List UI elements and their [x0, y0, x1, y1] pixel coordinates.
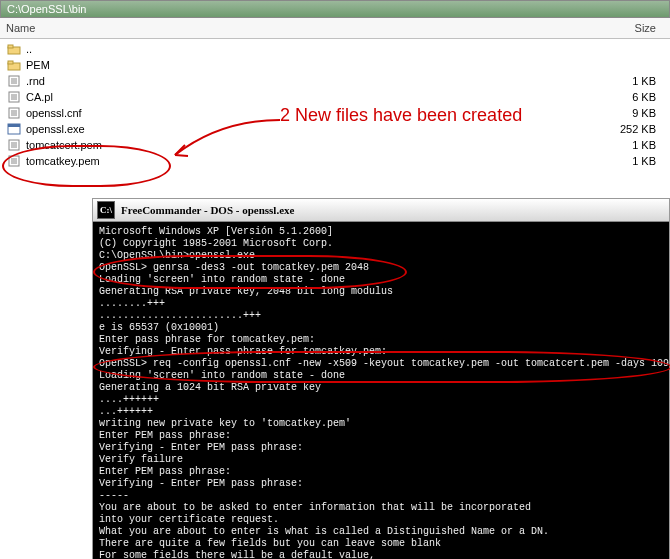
- console-output: Microsoft Windows XP [Versión 5.1.2600](…: [93, 222, 669, 559]
- console-window: C:\ FreeCommander - DOS - openssl.exe Mi…: [92, 198, 670, 559]
- console-line: Enter PEM pass phrase:: [99, 466, 663, 478]
- file-icon: [6, 74, 22, 88]
- console-line: ........................+++: [99, 310, 663, 322]
- file-icon: [6, 90, 22, 104]
- file-name: PEM: [26, 59, 596, 71]
- file-size: 1 KB: [596, 139, 664, 151]
- console-line: Enter pass phrase for tomcatkey.pem:: [99, 334, 663, 346]
- console-line: C:\OpenSSL\bin>openssl.exe: [99, 250, 663, 262]
- column-header-row: Name Size: [0, 18, 670, 39]
- console-line: writing new private key to 'tomcatkey.pe…: [99, 418, 663, 430]
- console-line: e is 65537 (0x10001): [99, 322, 663, 334]
- console-line: Loading 'screen' into random state - don…: [99, 274, 663, 286]
- file-row[interactable]: ..: [6, 41, 664, 57]
- svg-rect-17: [8, 124, 20, 127]
- svg-rect-1: [8, 45, 13, 48]
- console-line: OpenSSL> req -config openssl.cnf -new -x…: [99, 358, 663, 370]
- cmd-icon: C:\: [97, 201, 115, 219]
- file-name: ..: [26, 43, 596, 55]
- console-line: ........+++: [99, 298, 663, 310]
- file-name: CA.pl: [26, 91, 596, 103]
- console-line: into your certificate request.: [99, 514, 663, 526]
- file-row[interactable]: .rnd1 KB: [6, 73, 664, 89]
- console-line: ....++++++: [99, 394, 663, 406]
- file-size: 6 KB: [596, 91, 664, 103]
- console-line: OpenSSL> genrsa -des3 -out tomcatkey.pem…: [99, 262, 663, 274]
- file-name: tomcatcert.pem: [26, 139, 596, 151]
- console-line: (C) Copyright 1985-2001 Microsoft Corp.: [99, 238, 663, 250]
- console-line: For some fields there will be a default …: [99, 550, 663, 559]
- file-name: openssl.exe: [26, 123, 596, 135]
- file-icon: [6, 106, 22, 120]
- column-size[interactable]: Size: [596, 22, 664, 34]
- console-line: Generating a 1024 bit RSA private key: [99, 382, 663, 394]
- console-line: You are about to be asked to enter infor…: [99, 502, 663, 514]
- file-icon: [6, 138, 22, 152]
- console-line: -----: [99, 490, 663, 502]
- console-line: Enter PEM pass phrase:: [99, 430, 663, 442]
- file-row[interactable]: PEM: [6, 57, 664, 73]
- console-line: Verifying - Enter PEM pass phrase:: [99, 442, 663, 454]
- column-name[interactable]: Name: [6, 22, 596, 34]
- file-row[interactable]: openssl.cnf9 KB: [6, 105, 664, 121]
- console-line: Microsoft Windows XP [Versión 5.1.2600]: [99, 226, 663, 238]
- file-icon: [6, 154, 22, 168]
- file-size: 1 KB: [596, 155, 664, 167]
- console-line: Verifying - Enter PEM pass phrase:: [99, 478, 663, 490]
- file-row[interactable]: CA.pl6 KB: [6, 89, 664, 105]
- file-name: tomcatkey.pem: [26, 155, 596, 167]
- folder-icon: [6, 42, 22, 56]
- folder-icon: [6, 58, 22, 72]
- console-line: Loading 'screen' into random state - don…: [99, 370, 663, 382]
- file-row[interactable]: tomcatcert.pem1 KB: [6, 137, 664, 153]
- path-bar: C:\OpenSSL\bin: [0, 0, 670, 18]
- file-size: 252 KB: [596, 123, 664, 135]
- console-line: ...++++++: [99, 406, 663, 418]
- file-name: openssl.cnf: [26, 107, 596, 119]
- file-row[interactable]: openssl.exe252 KB: [6, 121, 664, 137]
- console-line: Generating RSA private key, 2048 bit lon…: [99, 286, 663, 298]
- file-list: ..PEM.rnd1 KBCA.pl6 KBopenssl.cnf9 KBope…: [0, 39, 670, 171]
- file-size: 1 KB: [596, 75, 664, 87]
- svg-rect-3: [8, 61, 13, 64]
- console-line: There are quite a few fields but you can…: [99, 538, 663, 550]
- console-line: Verifying - Enter pass phrase for tomcat…: [99, 346, 663, 358]
- file-row[interactable]: tomcatkey.pem1 KB: [6, 153, 664, 169]
- console-titlebar[interactable]: C:\ FreeCommander - DOS - openssl.exe: [93, 199, 669, 222]
- console-line: What you are about to enter is what is c…: [99, 526, 663, 538]
- file-size: 9 KB: [596, 107, 664, 119]
- app-icon: [6, 122, 22, 136]
- console-line: Verify failure: [99, 454, 663, 466]
- console-title: FreeCommander - DOS - openssl.exe: [121, 204, 294, 216]
- file-name: .rnd: [26, 75, 596, 87]
